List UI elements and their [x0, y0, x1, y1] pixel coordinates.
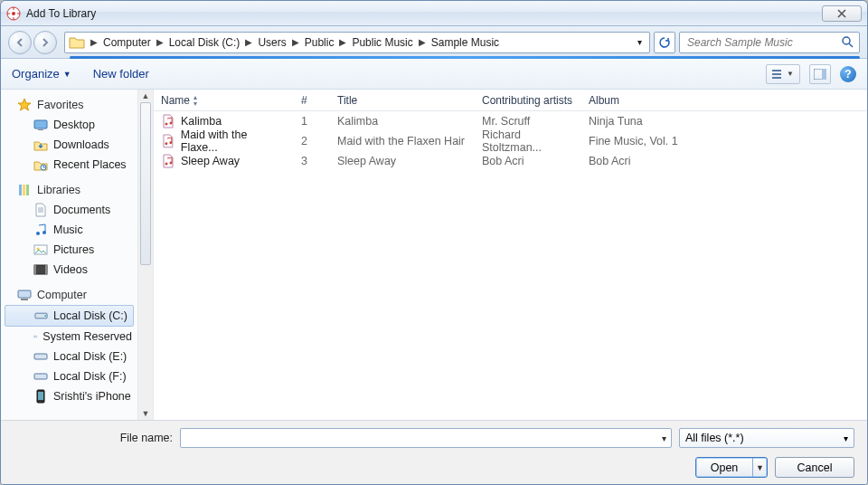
file-row[interactable]: Sleep Away 3 Sleep Away Bob Acri Bob Acr…	[154, 151, 867, 171]
svg-rect-14	[26, 185, 29, 195]
nav-item-label: Recent Places	[53, 158, 127, 171]
nav-item-label: Desktop	[53, 119, 95, 131]
folder-icon	[69, 34, 85, 51]
svg-rect-26	[33, 336, 37, 338]
scroll-thumb[interactable]	[140, 102, 151, 265]
organize-label: Organize	[12, 67, 60, 81]
help-button[interactable]: ?	[840, 66, 856, 82]
file-album: Bob Acri	[581, 151, 867, 171]
svg-rect-3	[772, 70, 781, 71]
breadcrumb-item[interactable]: Users	[256, 34, 288, 51]
chevron-right-icon: ▶	[335, 37, 350, 47]
nav-item-music[interactable]: Music	[1, 220, 137, 240]
file-type-filter[interactable]: All files (*.*) ▾	[679, 428, 854, 448]
nav-item-downloads[interactable]: Downloads	[1, 135, 137, 155]
cancel-button[interactable]: Cancel	[775, 457, 854, 478]
nav-group-label: Libraries	[37, 184, 80, 196]
svg-point-25	[44, 315, 46, 317]
svg-point-16	[42, 231, 46, 234]
nav-item-desktop[interactable]: Desktop	[1, 115, 137, 135]
nav-scrollbar[interactable]: ▲ ▼	[138, 90, 154, 420]
nav-item-pictures[interactable]: Pictures	[1, 240, 137, 260]
file-title: Sleep Away	[330, 151, 475, 171]
svg-point-1	[12, 12, 15, 15]
nav-item-recent[interactable]: Recent Places	[1, 155, 137, 175]
search-box[interactable]	[679, 32, 860, 53]
svg-rect-5	[772, 77, 781, 79]
file-album: Ninja Tuna	[581, 111, 867, 131]
file-artist: Richard Stoltzman...	[475, 131, 581, 151]
breadcrumb-item[interactable]: Computer	[101, 34, 153, 51]
scroll-up-icon[interactable]: ▲	[138, 90, 153, 102]
nav-item-label: Music	[53, 223, 83, 236]
nav-item-local-disk-e[interactable]: Local Disk (E:)	[1, 347, 137, 366]
file-track-number: 3	[294, 151, 330, 171]
file-row[interactable]: Maid with the Flaxe... 2 Maid with the F…	[154, 131, 867, 151]
svg-rect-21	[45, 265, 47, 274]
new-folder-button[interactable]: New folder	[93, 67, 149, 81]
breadcrumb[interactable]: ▶ Computer ▶ Local Disk (C:) ▶ Users ▶ P…	[64, 32, 650, 53]
navigation-pane: Favorites Desktop Downloads Recent Place…	[1, 90, 138, 420]
breadcrumb-item[interactable]: Public Music	[350, 34, 414, 51]
scroll-down-icon[interactable]: ▼	[138, 407, 153, 420]
audio-file-icon	[161, 114, 175, 128]
filename-input[interactable]	[181, 432, 656, 444]
organize-menu[interactable]: Organize ▼	[12, 67, 71, 81]
open-label: Open	[696, 461, 752, 474]
nav-item-documents[interactable]: Documents	[1, 200, 137, 220]
chevron-right-icon: ▶	[415, 37, 429, 47]
nav-item-system-reserved[interactable]: System Reserved	[1, 327, 137, 347]
svg-rect-19	[34, 265, 47, 274]
filename-label: File name:	[14, 432, 173, 444]
col-label: Name	[161, 94, 190, 107]
nav-item-label: System Reserved	[42, 330, 132, 343]
filename-combobox[interactable]: ▾	[180, 428, 672, 448]
open-button[interactable]: Open ▼	[695, 457, 768, 478]
breadcrumb-item[interactable]: Local Disk (C:)	[167, 34, 242, 51]
nav-item-label: Local Disk (E:)	[53, 350, 127, 363]
svg-rect-30	[38, 392, 43, 400]
nav-group-favorites[interactable]: Favorites	[1, 95, 137, 115]
view-options-button[interactable]: ▼	[766, 64, 800, 84]
col-artist[interactable]: Contributing artists	[475, 90, 581, 110]
nav-item-videos[interactable]: Videos	[1, 260, 137, 280]
svg-rect-28	[34, 374, 47, 379]
nav-item-label: Downloads	[53, 138, 109, 151]
app-icon	[6, 6, 21, 21]
svg-point-31	[165, 123, 168, 126]
col-title[interactable]: Title	[330, 90, 475, 110]
filter-label: All files (*.*)	[685, 432, 744, 444]
svg-rect-10	[38, 129, 43, 130]
col-name[interactable]: Name ▴▾	[154, 90, 294, 110]
nav-group-libraries[interactable]: Libraries	[1, 180, 137, 200]
svg-point-32	[170, 122, 173, 125]
nav-item-local-disk-f[interactable]: Local Disk (F:)	[1, 366, 137, 386]
nav-item-label: Srishti's iPhone	[53, 390, 131, 403]
col-number[interactable]: #	[294, 90, 330, 110]
forward-button[interactable]	[33, 31, 57, 54]
breadcrumb-item[interactable]: Sample Music	[429, 34, 501, 51]
chevron-right-icon: ▶	[288, 37, 303, 47]
refresh-button[interactable]	[654, 32, 675, 53]
dialog-window: Add To Library ▶ Computer ▶ Local Disk (…	[0, 0, 868, 485]
chevron-right-icon: ▶	[153, 37, 167, 47]
svg-point-36	[170, 162, 173, 165]
open-split-dropdown[interactable]: ▼	[752, 458, 767, 477]
close-button[interactable]	[822, 5, 862, 22]
back-button[interactable]	[8, 31, 32, 54]
nav-item-local-disk-c[interactable]: Local Disk (C:)	[5, 305, 134, 327]
file-album: Fine Music, Vol. 1	[581, 131, 867, 151]
breadcrumb-item[interactable]: Public	[303, 34, 336, 51]
col-album[interactable]: Album	[581, 90, 867, 110]
svg-point-35	[165, 163, 168, 166]
breadcrumb-dropdown[interactable]: ▾	[634, 37, 646, 47]
filename-dropdown[interactable]: ▾	[656, 433, 671, 443]
file-artist: Bob Acri	[475, 151, 581, 171]
svg-rect-9	[34, 120, 47, 128]
search-input[interactable]	[685, 35, 842, 50]
svg-rect-22	[18, 290, 31, 298]
nav-group-computer[interactable]: Computer	[1, 285, 137, 305]
body: Favorites Desktop Downloads Recent Place…	[1, 90, 867, 421]
preview-pane-button[interactable]	[809, 64, 831, 84]
nav-item-iphone[interactable]: Srishti's iPhone	[1, 386, 137, 406]
